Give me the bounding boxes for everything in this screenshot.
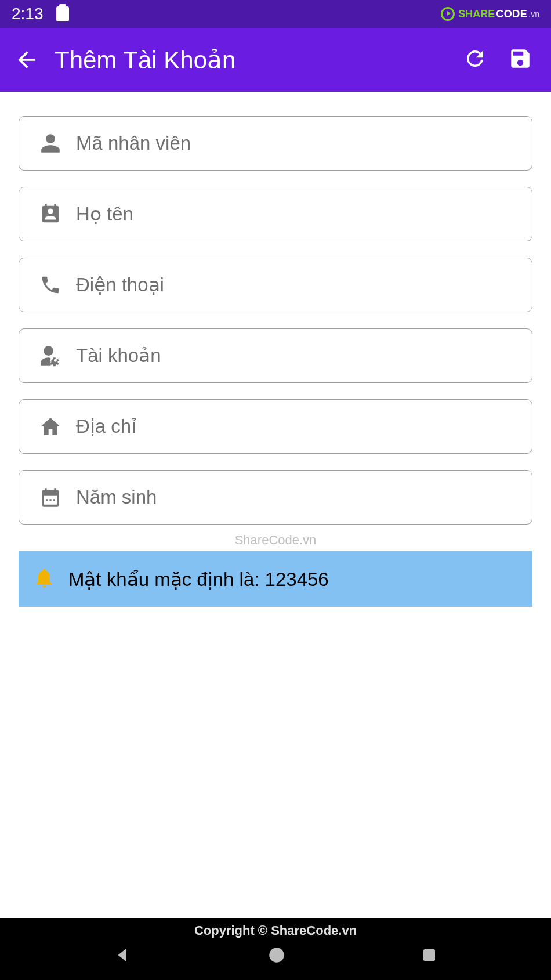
logo-green: SHARE: [458, 8, 495, 20]
arrow-back-icon: [14, 47, 39, 73]
copyright-text: Copyright © ShareCode.vn: [0, 918, 551, 938]
sd-card-icon: [56, 6, 69, 21]
svg-rect-1: [423, 949, 435, 961]
logo-white: CODE: [496, 8, 527, 20]
person-settings-icon: [34, 344, 67, 367]
phone-input[interactable]: [76, 274, 517, 296]
birthyear-input[interactable]: [76, 486, 517, 508]
back-button[interactable]: [14, 47, 55, 73]
save-button[interactable]: [508, 46, 532, 73]
status-right: SHARECODE.vn: [441, 7, 539, 21]
nav-recent-button[interactable]: [420, 946, 438, 966]
square-recent-icon: [420, 946, 438, 964]
android-nav-bar: [0, 938, 551, 974]
calendar-icon: [34, 486, 67, 508]
refresh-icon: [463, 46, 487, 71]
svg-point-0: [269, 948, 284, 963]
appbar-actions: [463, 46, 537, 73]
triangle-back-icon: [113, 945, 133, 965]
birthyear-field[interactable]: [19, 470, 532, 525]
person-icon: [34, 132, 67, 154]
sharecode-recycle-icon: [441, 7, 455, 21]
home-icon: [34, 415, 67, 438]
address-field[interactable]: [19, 399, 532, 454]
page-title: Thêm Tài Khoản: [55, 46, 463, 74]
account-input[interactable]: [76, 345, 517, 367]
employee-id-input[interactable]: [76, 132, 517, 154]
footer: Copyright © ShareCode.vn: [0, 918, 551, 980]
nav-home-button[interactable]: [267, 945, 287, 967]
refresh-button[interactable]: [463, 46, 487, 73]
status-time: 2:13: [12, 5, 44, 23]
contact-icon: [34, 203, 67, 225]
account-field[interactable]: [19, 328, 532, 383]
watermark-text: ShareCode.vn: [19, 533, 532, 548]
address-input[interactable]: [76, 415, 517, 437]
app-bar: Thêm Tài Khoản: [0, 28, 551, 92]
fullname-input[interactable]: [76, 203, 517, 225]
status-left: 2:13: [12, 5, 69, 23]
save-icon: [508, 46, 532, 71]
sharecode-logo: SHARECODE.vn: [458, 8, 539, 20]
android-status-bar: 2:13 SHARECODE.vn: [0, 0, 551, 28]
phone-field[interactable]: [19, 258, 532, 312]
nav-back-button[interactable]: [113, 945, 133, 967]
employee-id-field[interactable]: [19, 116, 532, 171]
form-content: ShareCode.vn Mật khẩu mặc định là: 12345…: [0, 92, 551, 607]
fullname-field[interactable]: [19, 187, 532, 241]
bell-icon: [32, 566, 56, 592]
circle-home-icon: [267, 945, 287, 965]
logo-suffix: .vn: [528, 9, 539, 19]
default-password-notice: Mật khẩu mặc định là: 123456: [19, 551, 532, 607]
phone-icon: [34, 274, 67, 296]
notice-text: Mật khẩu mặc định là: 123456: [68, 568, 329, 591]
